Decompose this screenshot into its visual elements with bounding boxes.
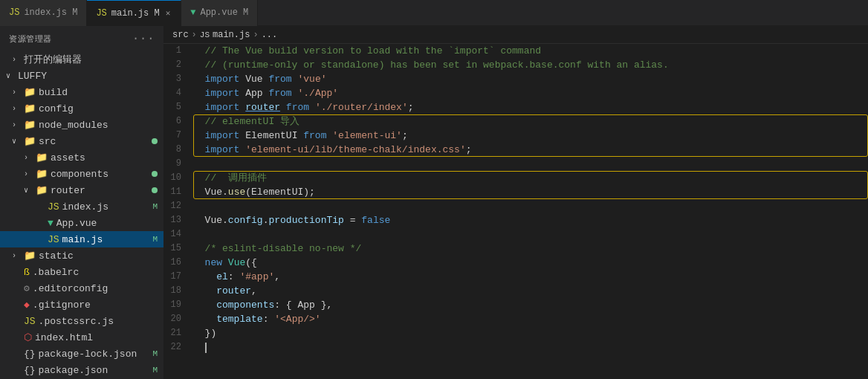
breadcrumb: src › JS main.js › ...	[163, 26, 868, 44]
folder-icon: 📁	[24, 250, 36, 262]
line-content: import App from './App'	[193, 86, 868, 100]
code-line-18: 18 router,	[163, 284, 868, 298]
line-number: 15	[163, 242, 193, 256]
line-content: template: '<App/>'	[193, 312, 868, 326]
sidebar-item-router[interactable]: ∨ 📁 router	[0, 182, 163, 198]
modified-badge: M	[152, 235, 158, 244]
item-label: .editorconfig	[33, 283, 163, 294]
code-line-14: 14	[163, 227, 868, 242]
code-line-5: 5 import router from './router/index';	[163, 100, 868, 114]
sidebar-item-static[interactable]: › 📁 static	[0, 247, 163, 264]
arrow-icon: ›	[12, 252, 24, 260]
item-label: src	[39, 136, 152, 147]
tab-app-vue[interactable]: ▼ App.vue M	[181, 0, 258, 26]
folder-icon: 📁	[36, 184, 48, 196]
line-number: 4	[163, 86, 193, 100]
line-content	[193, 157, 868, 171]
folder-icon: 📁	[24, 119, 36, 131]
sidebar-item-assets[interactable]: › 📁 assets	[0, 149, 163, 166]
breadcrumb-file: main.js	[213, 30, 250, 40]
line-content: // The Vue build version to load with th…	[193, 44, 868, 58]
code-line-20: 20 template: '<App/>'	[163, 312, 868, 326]
item-label: package-lock.json	[39, 349, 153, 360]
js-icon: JS	[48, 234, 59, 245]
arrow-icon: ∨	[6, 71, 18, 80]
sidebar-item-main-js[interactable]: JS main.js M	[0, 231, 163, 247]
item-label: .gitignore	[33, 299, 163, 311]
sidebar-item-config[interactable]: › 📁 config	[0, 100, 163, 117]
arrow-icon: ∨	[24, 186, 36, 195]
json-icon: {}	[24, 349, 36, 360]
line-content: import router from './router/index';	[193, 100, 868, 114]
babel-icon: ß	[24, 267, 30, 278]
json-icon: {}	[24, 365, 36, 376]
line-number: 22	[163, 340, 193, 354]
line-number: 1	[163, 44, 193, 58]
tab-index-js[interactable]: JS index.js M	[0, 0, 87, 26]
code-line-10: 10 // 调用插件	[163, 171, 868, 185]
modified-dot	[152, 171, 158, 177]
sidebar-item-router-index[interactable]: JS index.js M	[0, 198, 163, 215]
sidebar-title-bar: 资源管理器 ···	[0, 26, 163, 51]
breadcrumb-sep: ›	[253, 30, 258, 40]
arrow-icon: ›	[24, 154, 36, 162]
code-line-1: 1 // The Vue build version to load with …	[163, 44, 868, 58]
line-content: router,	[193, 284, 868, 298]
sidebar-item-index-html[interactable]: ⬡ index.html	[0, 329, 163, 346]
item-label: static	[39, 250, 163, 262]
sidebar-item-node-modules[interactable]: › 📁 node_modules	[0, 117, 163, 133]
tab-main-js[interactable]: JS main.js M ✕	[87, 0, 181, 26]
code-line-19: 19 components: { App },	[163, 298, 868, 312]
item-label: .postcssrc.js	[39, 316, 163, 327]
line-content: // (runtime-only or standalone) has been…	[193, 58, 868, 72]
arrow-icon: ›	[12, 105, 24, 113]
line-number: 18	[163, 284, 193, 298]
line-content: import Vue from 'vue'	[193, 72, 868, 86]
item-label: App.vue	[56, 218, 163, 229]
item-label: index.js	[62, 201, 153, 213]
js-icon: JS	[96, 8, 106, 19]
sidebar-open-editors[interactable]: › 打开的编辑器	[0, 51, 163, 68]
gear-icon: ⚙	[24, 282, 30, 294]
sidebar-item-package-json[interactable]: {} package.json M	[0, 362, 163, 378]
line-number: 10	[163, 171, 193, 185]
line-content	[193, 340, 868, 354]
line-content: })	[193, 326, 868, 340]
sidebar-ellipsis[interactable]: ···	[132, 32, 155, 45]
arrow-icon: ∨	[12, 137, 24, 146]
sidebar-item-babelrc[interactable]: ß .babelrc	[0, 264, 163, 280]
sidebar-item-editorconfig[interactable]: ⚙ .editorconfig	[0, 280, 163, 297]
line-number: 16	[163, 256, 193, 270]
code-line-8: 8 import 'element-ui/lib/theme-chalk/ind…	[163, 143, 868, 157]
js-icon: JS	[48, 201, 59, 213]
modified-badge: M	[152, 202, 158, 211]
sidebar-item-app-vue[interactable]: ▼ App.vue	[0, 215, 163, 231]
sidebar-item-components[interactable]: › 📁 components	[0, 166, 163, 182]
vue-icon: ▼	[48, 218, 54, 229]
tab-label: main.js M	[111, 8, 160, 19]
code-line-4: 4 import App from './App'	[163, 86, 868, 100]
folder-icon: 📁	[24, 86, 36, 98]
line-number: 2	[163, 58, 193, 72]
line-number: 17	[163, 270, 193, 284]
js-icon: JS	[24, 316, 36, 327]
item-label: config	[39, 103, 163, 114]
sidebar-item-postcssrc[interactable]: JS .postcssrc.js	[0, 313, 163, 329]
folder-label: LUFFY	[18, 71, 163, 82]
item-label: build	[39, 87, 163, 98]
sidebar-item-gitignore[interactable]: ◆ .gitignore	[0, 297, 163, 313]
sidebar-item-src[interactable]: ∨ 📁 src	[0, 133, 163, 149]
editor-area: src › JS main.js › ... 1 // The Vue buil…	[163, 26, 868, 379]
arrow-icon: ›	[12, 88, 24, 97]
line-number: 19	[163, 298, 193, 312]
sidebar-item-package-lock[interactable]: {} package-lock.json M	[0, 346, 163, 362]
tab-close-button[interactable]: ✕	[164, 7, 172, 19]
tab-label: App.vue M	[200, 7, 248, 18]
code-editor[interactable]: 1 // The Vue build version to load with …	[163, 44, 868, 379]
js-icon: JS	[200, 30, 210, 39]
folder-icon: 📁	[24, 103, 36, 114]
sidebar-item-luffy[interactable]: ∨ LUFFY	[0, 68, 163, 84]
open-editors-label: 打开的编辑器	[24, 53, 163, 66]
sidebar-item-build[interactable]: › 📁 build	[0, 84, 163, 100]
breadcrumb-sep: ›	[192, 30, 197, 40]
